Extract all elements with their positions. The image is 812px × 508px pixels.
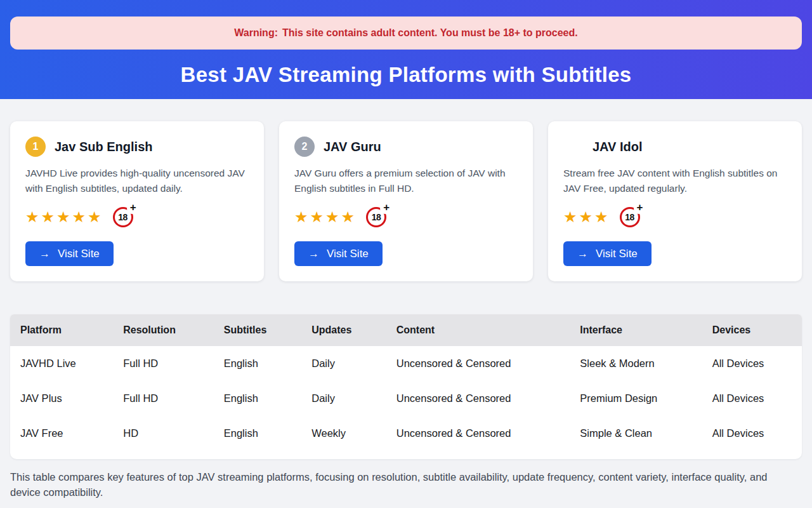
cell-platform: JAV Free <box>10 416 113 451</box>
card-title: Jav Sub English <box>55 140 152 154</box>
card-description: JAV Guru offers a premium selection of J… <box>294 166 518 196</box>
platform-card-jav-guru: 2 JAV Guru JAV Guru offers a premium sel… <box>279 121 533 281</box>
visit-site-button[interactable]: → Visit Site <box>294 241 383 266</box>
cell-subtitles: English <box>214 381 302 416</box>
cell-devices: All Devices <box>702 416 802 451</box>
column-header-interface: Interface <box>570 314 702 346</box>
platform-cards: 1 Jav Sub English JAVHD Live provides hi… <box>10 121 802 281</box>
column-header-platform: Platform <box>10 314 113 346</box>
star-rating-icon: ★★★★★ <box>25 210 103 225</box>
comparison-table: Platform Resolution Subtitles Updates Co… <box>10 314 802 451</box>
cell-platform: JAVHD Live <box>10 346 113 381</box>
cell-interface: Sleek & Modern <box>570 346 702 381</box>
cell-resolution: Full HD <box>113 381 213 416</box>
card-title: JAV Idol <box>593 140 643 154</box>
cell-resolution: HD <box>113 416 213 451</box>
cell-updates: Weekly <box>301 416 386 451</box>
column-header-content: Content <box>386 314 570 346</box>
18-plus-sign: + <box>637 202 643 213</box>
column-header-devices: Devices <box>702 314 802 346</box>
cell-subtitles: English <box>214 416 302 451</box>
cell-content: Uncensored & Censored <box>386 346 570 381</box>
rating-row: ★★★ 18 + <box>563 206 787 229</box>
cell-devices: All Devices <box>702 381 802 416</box>
platform-card-jav-idol: JAV Idol Stream free JAV content with En… <box>548 121 802 281</box>
visit-site-label: Visit Site <box>327 248 369 260</box>
star-rating-icon: ★★★ <box>563 210 610 225</box>
rank-badge <box>563 137 584 157</box>
card-header: 1 Jav Sub English <box>25 137 249 157</box>
visit-site-label: Visit Site <box>596 248 638 260</box>
card-title: JAV Guru <box>324 140 381 154</box>
page-title: Best JAV Streaming Platforms with Subtit… <box>10 63 802 87</box>
visit-site-button[interactable]: → Visit Site <box>563 241 652 266</box>
rating-row: ★★★★★ 18 + <box>25 206 249 229</box>
rank-badge: 1 <box>25 137 46 157</box>
rating-row: ★★★★ 18 + <box>294 206 518 229</box>
cell-interface: Premium Design <box>570 381 702 416</box>
table-header-row: Platform Resolution Subtitles Updates Co… <box>10 314 802 346</box>
cell-devices: All Devices <box>702 346 802 381</box>
cell-updates: Daily <box>301 381 386 416</box>
cell-subtitles: English <box>214 346 302 381</box>
arrow-right-icon: → <box>577 248 588 259</box>
card-description: Stream free JAV content with English sub… <box>563 166 787 196</box>
adult-warning-banner: Warning: This site contains adult conten… <box>10 17 802 50</box>
table-row-jav-free: JAV Free HD English Weekly Uncensored & … <box>10 416 802 451</box>
table-row-jav-plus: JAV Plus Full HD English Daily Uncensore… <box>10 381 802 416</box>
warning-text: This site contains adult content. You mu… <box>282 27 578 39</box>
cell-content: Uncensored & Censored <box>386 416 570 451</box>
card-header: 2 JAV Guru <box>294 137 518 157</box>
cell-platform: JAV Plus <box>10 381 113 416</box>
table-row-javhd-live: JAVHD Live Full HD English Daily Uncenso… <box>10 346 802 381</box>
page-header: Warning: This site contains adult conten… <box>0 0 812 99</box>
cell-updates: Daily <box>301 346 386 381</box>
visit-site-button[interactable]: → Visit Site <box>25 241 114 266</box>
18-plus-icon: 18 + <box>366 207 386 227</box>
18-plus-sign: + <box>130 202 136 213</box>
warning-label: Warning: <box>234 27 278 39</box>
cell-resolution: Full HD <box>113 346 213 381</box>
table-description: This table compares key features of top … <box>10 469 790 500</box>
card-header: JAV Idol <box>563 137 787 157</box>
arrow-right-icon: → <box>39 248 50 259</box>
rank-badge: 2 <box>294 137 315 157</box>
cell-content: Uncensored & Censored <box>386 381 570 416</box>
18-plus-icon: 18 + <box>113 207 133 227</box>
platform-card-jav-sub-english: 1 Jav Sub English JAVHD Live provides hi… <box>10 121 264 281</box>
arrow-right-icon: → <box>308 248 319 259</box>
column-header-updates: Updates <box>301 314 386 346</box>
cell-interface: Simple & Clean <box>570 416 702 451</box>
comparison-table-card: Platform Resolution Subtitles Updates Co… <box>10 314 802 459</box>
18-plus-sign: + <box>383 202 390 213</box>
column-header-subtitles: Subtitles <box>214 314 302 346</box>
visit-site-label: Visit Site <box>58 248 100 260</box>
18-plus-icon: 18 + <box>620 207 640 227</box>
star-rating-icon: ★★★★ <box>294 210 357 225</box>
main-content: 1 Jav Sub English JAVHD Live provides hi… <box>0 121 812 500</box>
card-description: JAVHD Live provides high-quality uncenso… <box>25 166 249 196</box>
column-header-resolution: Resolution <box>113 314 213 346</box>
